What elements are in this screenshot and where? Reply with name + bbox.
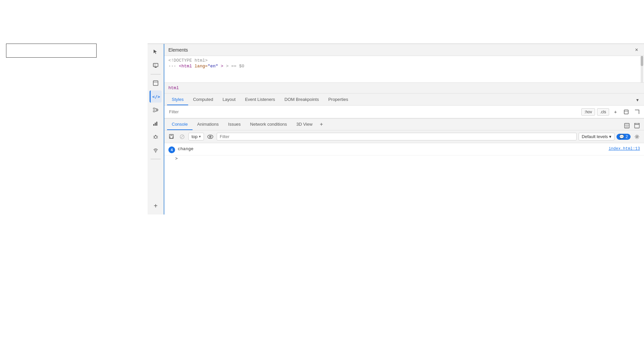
add-style-rule-button[interactable]: +	[611, 108, 620, 116]
devtools-sidebar: </>	[148, 44, 164, 215]
console-filter-input[interactable]	[217, 133, 577, 140]
log-entry-message[interactable]: change	[178, 146, 606, 152]
console-level-selector[interactable]: Default levels ▾	[579, 133, 614, 140]
tab-styles[interactable]: Styles	[167, 95, 188, 105]
svg-point-20	[155, 152, 156, 153]
dock-bottom-button[interactable]	[623, 121, 631, 130]
bug-icon[interactable]	[150, 131, 162, 143]
tab-issues[interactable]: Issues	[223, 120, 246, 130]
watch-expressions-button[interactable]	[206, 132, 215, 141]
tabs-more-button[interactable]: ▾	[634, 95, 641, 105]
svg-rect-26	[635, 124, 639, 128]
svg-rect-3	[153, 81, 158, 85]
tab-animations[interactable]: Animations	[193, 120, 223, 130]
badge-icon: 💬	[619, 134, 624, 139]
dom-doctype: <!DOCTYPE html>	[168, 58, 640, 63]
add-bottom-tab-button[interactable]: +	[317, 119, 326, 130]
filter-bar: :hov .cls +	[164, 106, 644, 118]
context-arrow: ▾	[199, 134, 201, 139]
svg-rect-1	[155, 67, 157, 68]
console-log-entry: 4 change index.html:13	[164, 144, 644, 156]
console-context-selector[interactable]: top ▾	[189, 133, 204, 140]
console-area: top ▾ Default levels ▾	[164, 130, 644, 215]
dom-html-close: >	[221, 64, 223, 69]
inspect-element-button[interactable]	[633, 108, 641, 116]
tab-console[interactable]: Console	[167, 120, 193, 130]
sources-panel-icon[interactable]: </>	[150, 90, 162, 103]
styles-tabs-bar: Styles Computed Layout Event Listeners D…	[164, 94, 644, 106]
styles-filter-input[interactable]	[167, 108, 579, 116]
devtools-header: Elements ×	[164, 44, 644, 56]
console-toolbar: top ▾ Default levels ▾	[164, 130, 644, 143]
svg-rect-25	[625, 126, 629, 127]
hov-button[interactable]: :hov	[581, 108, 595, 116]
tab-network-conditions[interactable]: Network conditions	[246, 120, 292, 130]
dom-comment: > == $0	[226, 64, 245, 69]
console-stop-button[interactable]	[178, 132, 186, 141]
context-label: top	[192, 134, 198, 139]
sidebar-divider-2	[151, 159, 161, 159]
console-log-area: 4 change index.html:13 >	[164, 143, 644, 215]
bottom-tabs-bar: Console Animations Issues Network condit…	[164, 118, 644, 130]
dom-attr-lang: lang=	[195, 64, 208, 69]
svg-line-17	[157, 136, 158, 136]
text-input[interactable]: Anand	[6, 44, 97, 58]
dom-scrollbar[interactable]	[641, 56, 643, 82]
cursor-icon[interactable]	[150, 46, 162, 58]
tab-event-listeners[interactable]: Event Listeners	[240, 95, 280, 105]
svg-rect-12	[155, 123, 156, 126]
wireless-icon[interactable]	[150, 144, 162, 156]
svg-rect-2	[154, 64, 156, 66]
svg-rect-21	[624, 110, 628, 114]
dom-attr-lang-value: "en"	[208, 64, 218, 69]
console-settings-button[interactable]	[633, 132, 641, 141]
devtools-panel: </>	[148, 44, 644, 215]
dom-html-line: ··· <html lang="en" > > == $0	[168, 64, 640, 69]
dom-scrollbar-thumb	[641, 56, 643, 66]
add-panel-icon[interactable]: +	[150, 200, 162, 212]
toggle-element-state-button[interactable]	[622, 108, 631, 116]
network-panel-icon[interactable]	[150, 104, 162, 116]
svg-rect-6	[153, 111, 155, 112]
tab-computed[interactable]: Computed	[188, 95, 218, 105]
device-toolbar-icon[interactable]	[150, 59, 162, 71]
bottom-tab-actions	[623, 121, 641, 130]
svg-line-18	[153, 138, 154, 138]
default-levels-arrow: ▾	[609, 134, 611, 139]
svg-point-35	[636, 136, 638, 137]
close-button[interactable]: ×	[633, 47, 640, 53]
svg-rect-11	[153, 124, 154, 126]
breadcrumb-bar: html	[164, 83, 644, 94]
tab-properties[interactable]: Properties	[324, 95, 353, 105]
svg-line-19	[157, 138, 158, 138]
dom-html-open: <html	[179, 64, 192, 69]
log-entry-badge: 4	[168, 146, 175, 153]
svg-rect-13	[156, 122, 157, 126]
page-area: Anand	[0, 0, 148, 362]
svg-line-31	[181, 135, 183, 138]
devtools-content: Elements × <!DOCTYPE html> ··· <html lan…	[164, 44, 644, 215]
undock-button[interactable]	[633, 121, 641, 130]
console-expand-arrow[interactable]: >	[164, 156, 644, 162]
svg-line-16	[153, 136, 154, 136]
tab-layout[interactable]: Layout	[218, 95, 240, 105]
svg-rect-5	[153, 108, 155, 109]
svg-point-14	[154, 136, 157, 138]
message-count-badge[interactable]: 💬 2	[616, 134, 631, 140]
elements-panel-icon[interactable]	[150, 77, 162, 89]
breadcrumb-html[interactable]: html	[168, 85, 179, 90]
performance-panel-icon[interactable]	[150, 117, 162, 129]
badge-count: 2	[626, 134, 628, 139]
sidebar-divider-1	[151, 74, 161, 74]
console-clear-button[interactable]	[167, 132, 176, 141]
dom-tree: <!DOCTYPE html> ··· <html lang="en" > > …	[164, 56, 644, 83]
dom-ellipsis: ···	[168, 64, 176, 69]
default-levels-label: Default levels	[582, 134, 608, 139]
cls-button[interactable]: .cls	[597, 108, 609, 116]
svg-point-34	[210, 136, 211, 137]
tab-3d-view[interactable]: 3D View	[291, 120, 317, 130]
devtools-title: Elements	[168, 47, 188, 53]
tab-dom-breakpoints[interactable]: DOM Breakpoints	[280, 95, 324, 105]
log-entry-source[interactable]: index.html:13	[608, 146, 640, 151]
